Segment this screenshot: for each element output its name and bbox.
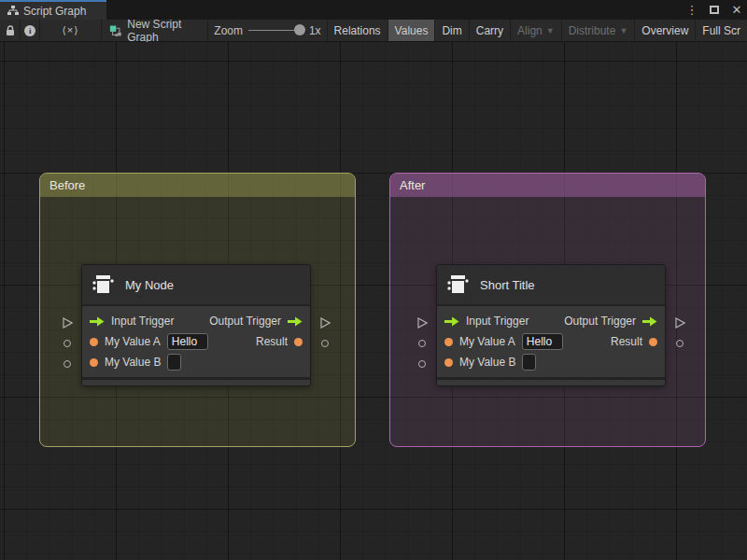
tab-title: Script Graph	[23, 5, 86, 18]
value-port-ring-icon	[321, 340, 329, 347]
control-port-icon	[417, 317, 428, 329]
ext-result-port[interactable]	[673, 333, 686, 354]
zoom-label: Zoom	[214, 24, 243, 37]
port-my-value-a[interactable]: My Value A	[90, 333, 208, 350]
node-footer	[82, 377, 310, 385]
unit-icon	[92, 273, 116, 297]
code-view-button[interactable]: ⟨×⟩	[40, 20, 101, 41]
ext-value-a-port[interactable]	[416, 333, 429, 354]
control-port-icon	[320, 317, 331, 329]
value-port-icon	[444, 358, 453, 367]
trigger-arrow-icon	[90, 316, 105, 327]
value-a-input[interactable]	[522, 333, 563, 350]
ext-result-port[interactable]	[318, 333, 331, 354]
port-output-trigger[interactable]: Output Trigger	[564, 315, 657, 328]
dim-button[interactable]: Dim	[435, 20, 469, 41]
trigger-arrow-icon	[288, 316, 303, 327]
ext-input-trigger-port[interactable]	[416, 313, 429, 333]
node-short-title[interactable]: Short Title Input Trigger Output Trigger	[436, 264, 666, 386]
value-port-icon	[649, 338, 657, 346]
window-tab-bar: Script Graph ⋮ ✕	[0, 0, 747, 20]
control-port-icon	[675, 317, 685, 329]
port-result[interactable]: Result	[611, 335, 657, 348]
maximize-icon[interactable]	[708, 3, 721, 18]
values-button[interactable]: Values	[388, 20, 436, 41]
relations-button[interactable]: Relations	[328, 20, 388, 41]
zoom-value: 1x	[309, 24, 321, 37]
node-header[interactable]: Short Title	[437, 265, 665, 306]
info-button[interactable]: i	[21, 20, 40, 41]
lock-button[interactable]	[0, 20, 21, 41]
value-port-ring-icon	[418, 340, 426, 347]
close-icon[interactable]: ✕	[730, 3, 743, 18]
carry-button[interactable]: Carry	[470, 20, 511, 41]
value-port-icon	[444, 338, 453, 346]
node-footer	[437, 377, 665, 385]
node-header[interactable]: My Node	[82, 265, 310, 306]
ext-value-b-port[interactable]	[416, 354, 429, 374]
zoom-slider-knob[interactable]	[294, 24, 305, 35]
group-before-header[interactable]: Before	[40, 174, 355, 197]
port-my-value-a[interactable]: My Value A	[444, 333, 563, 350]
chevron-down-icon: ▼	[546, 26, 555, 35]
ext-value-a-port[interactable]	[61, 333, 74, 354]
value-b-input[interactable]	[522, 354, 536, 371]
value-port-ring-icon	[676, 340, 684, 347]
port-my-value-b[interactable]: My Value B	[444, 354, 536, 371]
value-port-icon	[294, 338, 303, 346]
group-title: After	[400, 178, 425, 192]
align-dropdown[interactable]: Align ▼	[511, 20, 562, 41]
ext-input-trigger-port[interactable]	[61, 313, 74, 333]
node-my-node[interactable]: My Node Input Trigger Output Trigger	[81, 264, 311, 386]
zoom-control: Zoom 1x	[208, 20, 327, 41]
trigger-arrow-icon	[444, 316, 459, 327]
graph-canvas[interactable]: Before After My Node	[0, 42, 747, 560]
port-input-trigger[interactable]: Input Trigger	[90, 315, 174, 328]
value-b-input[interactable]	[167, 354, 181, 371]
tab-script-graph[interactable]: Script Graph	[0, 0, 106, 20]
value-port-icon	[90, 358, 98, 367]
ext-output-trigger-port[interactable]	[318, 313, 331, 333]
zoom-slider[interactable]	[248, 30, 303, 31]
overview-button[interactable]: Overview	[635, 20, 696, 41]
graph-asset-icon	[109, 24, 122, 37]
trigger-arrow-icon	[642, 316, 657, 327]
value-port-ring-icon	[418, 360, 426, 368]
value-port-icon	[90, 338, 98, 346]
group-title: Before	[49, 178, 85, 192]
ext-output-trigger-port[interactable]	[673, 313, 686, 333]
value-port-ring-icon	[63, 360, 71, 368]
port-output-trigger[interactable]: Output Trigger	[209, 315, 303, 328]
value-a-input[interactable]	[167, 333, 208, 350]
full-screen-button[interactable]: Full Scr	[696, 20, 747, 41]
group-after-header[interactable]: After	[390, 174, 705, 197]
code-icon: ⟨×⟩	[62, 24, 78, 36]
window-menu-icon[interactable]: ⋮	[685, 3, 698, 18]
port-input-trigger[interactable]: Input Trigger	[444, 315, 529, 328]
hierarchy-icon	[7, 6, 19, 16]
lock-icon	[6, 25, 15, 36]
node-title: My Node	[125, 278, 174, 292]
new-script-graph-button[interactable]: New Script Graph	[102, 20, 209, 41]
control-port-icon	[63, 317, 73, 329]
graph-toolbar: i ⟨×⟩ New Script Graph Zoom 1x Relations…	[0, 20, 747, 42]
distribute-dropdown[interactable]: Distribute ▼	[562, 20, 636, 41]
port-result[interactable]: Result	[256, 335, 303, 348]
unit-icon	[446, 273, 471, 297]
info-icon: i	[24, 25, 35, 36]
chevron-down-icon: ▼	[619, 26, 627, 35]
node-title: Short Title	[480, 278, 535, 292]
port-my-value-b[interactable]: My Value B	[90, 354, 181, 371]
ext-value-b-port[interactable]	[61, 354, 74, 374]
new-script-graph-label: New Script Graph	[127, 18, 207, 44]
value-port-ring-icon	[63, 340, 71, 347]
